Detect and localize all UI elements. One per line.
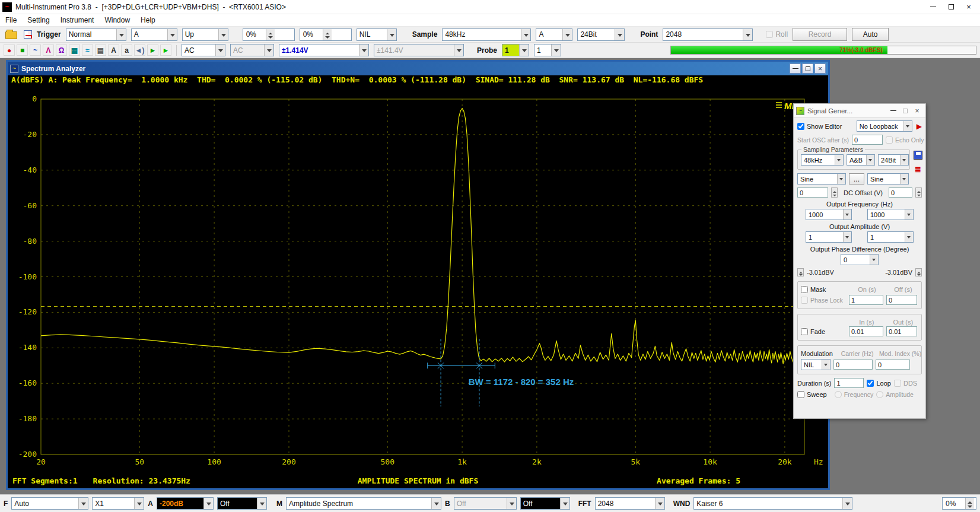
probe-a-select[interactable]: 1 (502, 44, 529, 56)
siggen-sample-rate-select[interactable]: 48kHz (801, 154, 844, 166)
x-multiplier-select[interactable]: X1 (92, 497, 144, 510)
stop-icon[interactable]: ■ (17, 44, 28, 56)
chevron-down-icon[interactable] (218, 29, 228, 40)
output-start-button[interactable]: ▶ (917, 122, 922, 131)
multimeter-icon[interactable]: Ω (56, 44, 67, 56)
menu-instrument[interactable]: Instrument (55, 15, 100, 26)
chevron-down-icon[interactable] (116, 29, 126, 40)
chevron-down-icon[interactable] (551, 44, 561, 56)
spin-down-icon[interactable] (916, 193, 921, 198)
trigger-source-select[interactable]: A (131, 28, 177, 41)
b-processing-select[interactable]: Off (520, 497, 570, 510)
spinner-buttons[interactable] (323, 29, 332, 40)
chevron-down-icon[interactable] (822, 360, 830, 370)
spectrum-minimize-button[interactable] (790, 63, 801, 74)
chevron-down-icon[interactable] (843, 232, 851, 242)
modulation-type-select[interactable]: NIL (801, 359, 831, 370)
duration-input[interactable] (834, 378, 864, 388)
menu-help[interactable]: Help (135, 15, 161, 26)
maximize-button[interactable] (942, 1, 960, 14)
spin-down-icon[interactable] (966, 504, 974, 510)
siggen-titlebar[interactable]: ~ Signal Gener... × (794, 104, 925, 118)
siggen-close-button[interactable]: × (911, 106, 923, 116)
siggen-channels-select[interactable]: A&B (847, 154, 875, 166)
run-icon[interactable]: ► (147, 44, 158, 56)
spin-up-icon[interactable] (966, 498, 974, 504)
start-osc-input[interactable] (852, 135, 883, 145)
mask-off-input[interactable] (886, 295, 917, 305)
analysis-mode-select[interactable]: Amplitude Spectrum (286, 497, 441, 510)
close-button[interactable]: × (960, 1, 978, 14)
chevron-down-icon[interactable] (866, 155, 874, 165)
trigger-mode-select[interactable]: Normal (66, 28, 126, 41)
chevron-down-icon[interactable] (842, 498, 852, 509)
loop-checkbox[interactable]: Loop (867, 380, 890, 387)
chevron-down-icon[interactable] (257, 498, 266, 509)
chevron-down-icon[interactable] (215, 44, 225, 56)
phase-difference-select[interactable]: 0 (841, 254, 879, 265)
spin-down-icon[interactable] (832, 193, 837, 198)
chevron-down-icon[interactable] (870, 255, 878, 265)
chevron-down-icon[interactable] (387, 29, 396, 40)
chevron-down-icon[interactable] (905, 209, 913, 220)
chevron-down-icon[interactable] (743, 29, 752, 40)
spin-up-icon[interactable] (832, 188, 837, 193)
loop-input[interactable] (867, 380, 874, 387)
chevron-down-icon[interactable] (905, 232, 913, 242)
window-function-select[interactable]: Kaiser 6 (693, 497, 852, 510)
siggen-bits-select[interactable]: 24Bit (878, 154, 909, 166)
show-editor-input[interactable] (797, 123, 804, 130)
chevron-down-icon[interactable] (560, 498, 569, 509)
spin-down-icon[interactable] (323, 34, 332, 40)
spin-down-icon[interactable] (916, 272, 921, 276)
a-range-select[interactable]: -200dB (157, 497, 214, 510)
print-icon[interactable]: ▤ (95, 44, 106, 56)
mask-on-input[interactable] (849, 295, 883, 305)
chevron-down-icon[interactable] (900, 174, 908, 184)
mask-input[interactable] (801, 286, 808, 293)
sample-channel-select[interactable]: A (536, 28, 572, 41)
spectrum-close-button[interactable]: × (814, 63, 826, 74)
data-logger-icon[interactable]: ≈ (82, 44, 93, 56)
font-larger-icon[interactable]: A (108, 44, 119, 56)
fade-input[interactable] (801, 328, 808, 335)
spectrum-restore-button[interactable] (802, 63, 813, 74)
dc-offset-a-input[interactable] (797, 187, 828, 198)
chevron-down-icon[interactable] (519, 44, 529, 56)
chevron-down-icon[interactable] (521, 29, 530, 40)
fade-in-input[interactable] (849, 326, 883, 336)
dc-offset-b-input[interactable] (889, 187, 912, 198)
oscilloscope-icon[interactable]: ~ (30, 44, 41, 56)
open-file-button[interactable] (4, 28, 19, 41)
waveform-b-select[interactable]: Sine (867, 173, 909, 185)
chevron-down-icon[interactable] (655, 498, 664, 509)
auto-button[interactable]: Auto (852, 28, 889, 41)
waveform-a-select[interactable]: Sine (797, 173, 846, 185)
probe-b-select[interactable]: 1 (534, 44, 561, 56)
amplitude-b-select[interactable]: 1 (867, 231, 914, 243)
trigger-edge-select[interactable]: Up (182, 28, 228, 41)
spectrum-titlebar[interactable]: ~ Spectrum Analyzer × (8, 62, 828, 75)
chevron-down-icon[interactable] (843, 209, 851, 220)
overlap-spinner[interactable]: 0% (942, 497, 976, 510)
chevron-down-icon[interactable] (134, 498, 144, 509)
fft-points-select[interactable]: 2048 (663, 28, 753, 41)
record-icon[interactable]: ● (4, 44, 15, 56)
mod-index-input[interactable] (876, 360, 910, 370)
frequency-b-select[interactable]: 1000 (867, 209, 914, 220)
spectrum-analyzer-icon[interactable]: Λ (43, 44, 54, 56)
dc-offset-a-spinner[interactable] (831, 187, 838, 198)
menu-setting[interactable]: Setting (22, 15, 55, 26)
chevron-down-icon[interactable] (615, 29, 624, 40)
trigger-delay-spinner[interactable]: 0% (300, 28, 352, 41)
frequency-a-select[interactable]: 1000 (806, 209, 852, 220)
record-button[interactable]: Record (793, 28, 847, 41)
chevron-down-icon[interactable] (203, 498, 213, 509)
amplitude-a-fine-spinner[interactable] (797, 268, 804, 276)
sweep-input[interactable] (797, 391, 804, 398)
sample-rate-select[interactable]: 48kHz (442, 28, 531, 41)
spin-up-icon[interactable] (323, 29, 332, 35)
trigger-level-spinner[interactable]: 0% (243, 28, 295, 41)
siggen-minimize-button[interactable] (887, 106, 899, 116)
spin-down-icon[interactable] (798, 272, 803, 276)
